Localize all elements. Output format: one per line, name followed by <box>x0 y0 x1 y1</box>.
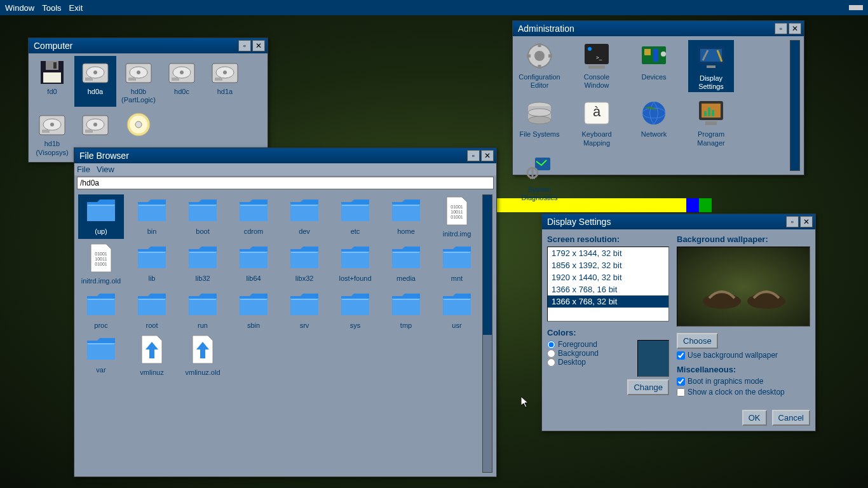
file-item[interactable]: sbin <box>231 288 276 330</box>
folder-icon <box>339 196 372 226</box>
file-item[interactable]: lib <box>129 241 175 286</box>
svg-point-18 <box>223 71 227 74</box>
use-wallpaper-checkbox[interactable]: Use background wallpaper <box>677 351 810 360</box>
filebrowser-close-button[interactable]: ✕ <box>481 150 494 161</box>
file-label: media <box>397 274 416 282</box>
display-settings-minimize-button[interactable]: ▫ <box>786 216 799 227</box>
file-item[interactable]: var <box>78 333 124 377</box>
filebrowser-scrollbar[interactable] <box>482 194 492 473</box>
cancel-button[interactable]: Cancel <box>772 410 810 426</box>
filebrowser-menu-view[interactable]: View <box>97 165 114 174</box>
filebrowser-menu-file[interactable]: File <box>77 165 90 174</box>
admin-minimize-button[interactable]: ▫ <box>775 23 787 34</box>
ok-button[interactable]: OK <box>742 410 767 426</box>
system-minimize-button[interactable] <box>849 5 863 10</box>
drive-item[interactable]: hd0c <box>161 56 203 107</box>
file-label: var <box>96 366 105 374</box>
file-item[interactable]: 010011001101001initrd.img <box>434 194 480 239</box>
menu-window[interactable]: Window <box>5 3 34 13</box>
svg-text:01001: 01001 <box>95 262 107 266</box>
resolution-list[interactable]: 1792 x 1344, 32 bit1856 x 1392, 32 bit19… <box>547 247 669 322</box>
admin-item[interactable]: File Systems <box>517 97 562 147</box>
admin-close-button[interactable]: ✕ <box>789 23 801 34</box>
file-item[interactable]: dev <box>281 194 327 239</box>
admin-icon <box>636 97 672 129</box>
file-item[interactable]: (up) <box>78 194 124 239</box>
drive-item[interactable]: hd0a <box>74 56 116 107</box>
resolution-option[interactable]: 1856 x 1392, 32 bit <box>548 259 668 271</box>
admin-item[interactable]: Configuration Editor <box>517 40 562 92</box>
filebrowser-titlebar[interactable]: File Browser ▫ ✕ <box>74 148 496 163</box>
admin-item[interactable]: System Diagnostics <box>517 152 562 202</box>
admin-label: System Diagnostics <box>517 186 562 202</box>
file-item[interactable]: sys <box>332 288 378 330</box>
change-color-button[interactable]: Change <box>627 379 669 395</box>
menu-tools[interactable]: Tools <box>42 3 61 13</box>
admin-scrollbar[interactable] <box>790 40 800 171</box>
color-foreground-radio[interactable]: Foreground <box>547 340 632 349</box>
computer-close-button[interactable]: ✕ <box>252 40 265 51</box>
admin-titlebar[interactable]: Administration ▫ ✕ <box>513 21 804 36</box>
admin-item[interactable]: Network <box>631 97 677 147</box>
computer-minimize-button[interactable]: ▫ <box>238 40 251 51</box>
drive-item[interactable]: hd0b (PartLogic) <box>118 56 159 107</box>
svg-rect-2 <box>53 62 57 69</box>
file-item[interactable]: lost+found <box>332 241 378 286</box>
color-desktop-radio[interactable]: Desktop <box>547 358 632 367</box>
admin-item[interactable]: Devices <box>631 40 677 92</box>
file-label: dev <box>299 227 310 235</box>
file-item[interactable]: usr <box>434 288 480 330</box>
file-item[interactable]: vmlinuz <box>129 333 175 377</box>
menu-exit[interactable]: Exit <box>69 3 83 13</box>
file-item[interactable]: etc <box>332 194 378 239</box>
file-item[interactable]: boot <box>180 194 226 239</box>
choose-wallpaper-button[interactable]: Choose <box>677 333 718 349</box>
file-item[interactable]: root <box>129 288 175 330</box>
file-label: boot <box>196 227 209 235</box>
svg-rect-46 <box>588 65 605 69</box>
folder-icon <box>186 243 219 273</box>
display-settings-titlebar[interactable]: Display Settings ▫ ✕ <box>542 214 815 229</box>
admin-icon <box>522 97 557 129</box>
resolution-option[interactable]: 1366 x 768, 16 bit <box>548 283 668 295</box>
file-item[interactable]: proc <box>78 288 124 330</box>
arrow-icon <box>190 334 215 367</box>
file-item[interactable]: run <box>180 288 226 330</box>
resolution-option[interactable]: 1920 x 1440, 32 bit <box>548 271 668 283</box>
admin-item[interactable]: àKeyboard Mapping <box>574 97 620 147</box>
file-item[interactable]: srv <box>281 288 327 330</box>
file-item[interactable]: vmlinuz.old <box>180 333 226 377</box>
show-clock-checkbox[interactable]: Show a clock on the desktop <box>677 388 810 396</box>
file-label: root <box>146 322 158 329</box>
boot-graphics-checkbox[interactable]: Boot in graphics mode <box>677 377 810 386</box>
file-item[interactable]: 010011001101001initrd.img.old <box>78 241 124 286</box>
filebrowser-path-input[interactable] <box>77 177 494 189</box>
file-item[interactable]: libx32 <box>281 241 327 286</box>
drive-label: hd0c <box>174 88 189 96</box>
file-item[interactable]: bin <box>129 194 175 239</box>
resolution-option[interactable]: 1366 x 768, 32 bit <box>548 295 668 308</box>
drive-item[interactable]: hd1a <box>204 56 246 107</box>
svg-point-22 <box>50 123 54 126</box>
file-item[interactable]: tmp <box>383 288 429 330</box>
file-item[interactable]: home <box>383 194 429 239</box>
color-background-radio[interactable]: Background <box>547 349 632 358</box>
display-settings-close-button[interactable]: ✕ <box>800 216 813 227</box>
admin-item[interactable]: Program Manager <box>688 97 734 147</box>
drive-item[interactable]: hd1b (Visopsys) <box>31 108 73 159</box>
file-item[interactable]: cdrom <box>231 194 276 239</box>
admin-item[interactable]: >_Console Window <box>574 40 620 92</box>
colors-label: Colors: <box>547 328 669 337</box>
file-label: sys <box>350 322 361 329</box>
file-item[interactable]: media <box>383 241 429 286</box>
file-item[interactable]: mnt <box>434 241 480 286</box>
file-item[interactable]: lib32 <box>180 241 226 286</box>
file-item[interactable]: lib64 <box>231 241 276 286</box>
computer-titlebar[interactable]: Computer ▫ ✕ <box>29 38 268 53</box>
drive-item[interactable]: fd0 <box>31 56 73 107</box>
admin-label: Keyboard Mapping <box>574 130 620 147</box>
hdd-icon <box>37 111 67 139</box>
admin-item[interactable]: Display Settings <box>688 40 734 92</box>
resolution-option[interactable]: 1792 x 1344, 32 bit <box>548 247 668 259</box>
filebrowser-minimize-button[interactable]: ▫ <box>467 150 480 161</box>
